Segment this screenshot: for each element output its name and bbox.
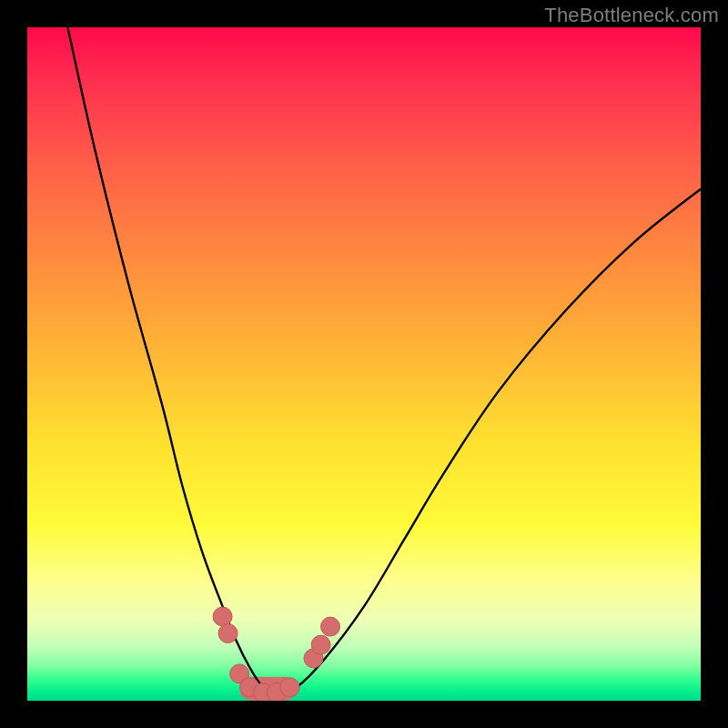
- chart-frame: TheBottleneck.com: [0, 0, 728, 728]
- curve-marker: [321, 617, 340, 636]
- watermark-text: TheBottleneck.com: [544, 4, 719, 27]
- curve-marker: [280, 678, 299, 697]
- curve-marker: [311, 635, 330, 654]
- plot-area: [27, 27, 701, 701]
- bottleneck-curve: [67, 27, 701, 694]
- curve-markers: [213, 607, 339, 701]
- curve-marker: [218, 624, 238, 643]
- curve-marker: [213, 607, 232, 626]
- chart-svg: [27, 27, 701, 701]
